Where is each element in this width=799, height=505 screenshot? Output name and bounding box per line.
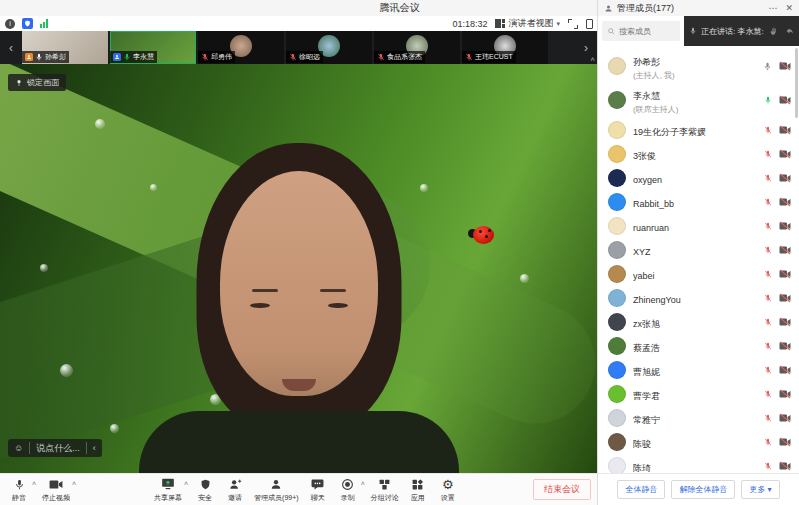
muted-mic-icon[interactable]	[764, 197, 772, 207]
camera-off-icon[interactable]	[779, 317, 791, 327]
camera-off-icon[interactable]	[779, 245, 791, 255]
search-icon	[607, 27, 616, 36]
security-status-icon[interactable]	[22, 18, 33, 29]
video-thumbnail[interactable]: 徐昭远	[286, 31, 372, 64]
member-row[interactable]: 曹学君	[598, 382, 799, 406]
fullscreen-icon[interactable]	[568, 19, 578, 29]
member-row[interactable]: 陈骏	[598, 430, 799, 454]
member-name: ZhinengYou	[633, 295, 681, 305]
muted-mic-icon[interactable]	[764, 125, 772, 135]
unmute-all-button[interactable]: 解除全体静音	[671, 480, 735, 499]
member-row[interactable]: yabei	[598, 262, 799, 286]
member-row[interactable]: ZhinengYou	[598, 286, 799, 310]
chevron-up-icon[interactable]: ˄	[32, 480, 36, 487]
camera-off-icon[interactable]	[779, 461, 791, 471]
search-input[interactable]	[619, 27, 675, 36]
camera-off-icon[interactable]	[779, 95, 791, 105]
meeting-info-icon[interactable]: i	[5, 19, 15, 29]
pin-view-button[interactable]: 锁定画面	[8, 74, 66, 91]
camera-off-icon[interactable]	[779, 365, 791, 375]
toolbar-record-button[interactable]: 录制	[335, 476, 361, 504]
video-thumbnail[interactable]: 王玮ECUST	[462, 31, 548, 64]
member-row[interactable]: zx张旭	[598, 310, 799, 334]
camera-off-icon[interactable]	[779, 173, 791, 183]
reply-arrow-icon[interactable]	[784, 26, 794, 36]
camera-off-icon[interactable]	[779, 341, 791, 351]
member-row[interactable]: 曹旭妮	[598, 358, 799, 382]
water-droplet	[95, 119, 105, 129]
muted-mic-icon[interactable]	[764, 269, 772, 279]
muted-mic-icon[interactable]	[764, 149, 772, 159]
camera-off-icon[interactable]	[779, 437, 791, 447]
toolbar-mic-button[interactable]: 静音	[6, 476, 32, 504]
mute-all-button[interactable]: 全体静音	[617, 480, 665, 499]
member-row[interactable]: 孙希彭(主持人, 我)	[598, 50, 799, 82]
muted-mic-icon[interactable]	[764, 317, 772, 327]
chevron-up-icon[interactable]: ˄	[361, 480, 365, 487]
camera-off-icon[interactable]	[779, 293, 791, 303]
toolbar-invite-button[interactable]: 邀请	[222, 476, 248, 504]
member-row[interactable]: Rabbit_bb	[598, 190, 799, 214]
quick-chat-bar[interactable]: ☺ 说点什么... ‹	[8, 439, 102, 457]
more-button[interactable]: 更多 ▾	[741, 480, 779, 499]
muted-mic-icon[interactable]	[764, 245, 772, 255]
camera-off-icon[interactable]	[779, 413, 791, 423]
member-row[interactable]: 常雅宁	[598, 406, 799, 430]
member-row[interactable]: ruanruan	[598, 214, 799, 238]
muted-mic-icon[interactable]	[764, 461, 772, 471]
member-row[interactable]: 陈琦	[598, 454, 799, 473]
camera-off-icon[interactable]	[779, 269, 791, 279]
mic-icon[interactable]	[764, 95, 772, 105]
panel-close-icon[interactable]: ✕	[785, 3, 793, 13]
toolbar-chat-button[interactable]: 聊天	[305, 476, 331, 504]
toolbar-members-button[interactable]: 管理成员(99+)	[252, 476, 301, 504]
muted-mic-icon[interactable]	[764, 365, 772, 375]
muted-mic-icon[interactable]	[764, 341, 772, 351]
toolbar-share-button[interactable]: 共享屏幕	[152, 476, 184, 504]
muted-mic-icon[interactable]	[764, 413, 772, 423]
toolbar-gear-button[interactable]: ⚙设置	[435, 476, 461, 504]
emoji-icon[interactable]: ☺	[8, 443, 29, 453]
scrollbar[interactable]	[795, 48, 798, 118]
pin-view-label: 锁定画面	[27, 77, 59, 88]
raise-hand-icon[interactable]	[769, 26, 779, 36]
toolbar-shield-button[interactable]: 安全	[192, 476, 218, 504]
member-row[interactable]: oxygen	[598, 166, 799, 190]
video-thumbnail[interactable]: 食品系张杰	[374, 31, 460, 64]
muted-mic-icon[interactable]	[764, 437, 772, 447]
chat-collapse-icon[interactable]: ‹	[87, 443, 102, 453]
chat-input-placeholder[interactable]: 说点什么...	[30, 442, 86, 455]
camera-off-icon[interactable]	[779, 149, 791, 159]
member-row[interactable]: 李永慧(联席主持人)	[598, 84, 799, 116]
member-role: (主持人, 我)	[633, 70, 763, 81]
chevron-up-icon[interactable]: ˄	[184, 480, 188, 487]
toolbar-breakout-button[interactable]: 分组讨论	[369, 476, 401, 504]
member-row[interactable]: 19生化分子李紫媛	[598, 118, 799, 142]
end-meeting-button[interactable]: 结束会议	[533, 479, 591, 500]
chevron-up-icon[interactable]: ˄	[72, 480, 76, 487]
muted-mic-icon[interactable]	[764, 221, 772, 231]
camera-off-icon[interactable]	[779, 61, 791, 71]
member-row[interactable]: XYZ	[598, 238, 799, 262]
toolbar-apps-button[interactable]: 应用	[405, 476, 431, 504]
view-mode-selector[interactable]: 演讲者视图 ▾	[495, 17, 560, 30]
member-row[interactable]: 3张俊	[598, 142, 799, 166]
panel-more-icon[interactable]: ⋯	[768, 3, 777, 13]
mic-icon[interactable]	[763, 61, 772, 72]
muted-mic-icon[interactable]	[764, 293, 772, 303]
camera-off-icon[interactable]	[779, 389, 791, 399]
camera-off-icon[interactable]	[779, 221, 791, 231]
toolbar-camera-button[interactable]: 停止视频	[40, 476, 72, 504]
video-thumbnail[interactable]: 邱勇伟	[198, 31, 284, 64]
video-thumbnail[interactable]: 李永慧	[110, 31, 196, 64]
strip-prev-arrow[interactable]: ‹	[0, 31, 22, 64]
search-box[interactable]	[602, 21, 680, 41]
camera-off-icon[interactable]	[779, 197, 791, 207]
member-row[interactable]: 蔡孟浩	[598, 334, 799, 358]
camera-off-icon[interactable]	[779, 125, 791, 135]
sidebar-toggle-icon[interactable]	[586, 19, 593, 29]
muted-mic-icon[interactable]	[764, 389, 772, 399]
video-thumbnail[interactable]: 孙希彭	[22, 31, 108, 64]
muted-mic-icon[interactable]	[764, 173, 772, 183]
strip-collapse-icon[interactable]: ˄	[590, 55, 595, 64]
